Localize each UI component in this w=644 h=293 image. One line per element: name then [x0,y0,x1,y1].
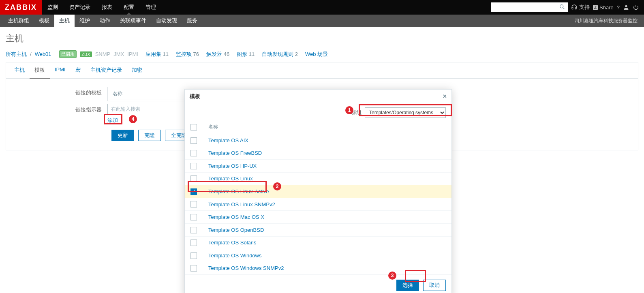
select-all-checkbox[interactable] [190,124,197,130]
user-icon[interactable] [623,4,629,11]
template-row[interactable]: Template OS FreeBSD [185,147,451,154]
host-feature-link[interactable]: 自动发现规则 2 [262,51,298,58]
page-title: 主机 [6,32,638,45]
subnav-item[interactable]: 模板 [34,15,54,27]
host-tabs: 主机模板IPMI宏主机资产记录加密 [6,62,638,79]
host-tab[interactable]: 宏 [71,62,86,78]
subnav-item[interactable]: 主机群组 [3,15,34,27]
top-nav-items: 监测资产记录报表配置管理 [42,0,162,15]
host-feature-link[interactable]: 图形 11 [237,51,255,58]
clone-button[interactable]: 克隆 [138,130,161,141]
help-icon[interactable]: ? [617,4,620,11]
subnav-item[interactable]: 服务 [182,15,202,27]
topnav-item[interactable]: 报表 [96,0,118,15]
host-feature-link[interactable]: 触发器 46 [206,51,229,58]
host-tab[interactable]: 主机资产记录 [86,62,127,78]
breadcrumb-all-hosts[interactable]: 所有主机 [6,51,27,58]
zbx-badge: ZBX [80,51,92,57]
subnav-item[interactable]: 关联项事件 [115,15,151,27]
support-link[interactable]: 支持 [571,4,590,11]
breadcrumb-host[interactable]: Web01 [35,51,51,57]
global-search-input[interactable] [493,4,559,11]
global-search[interactable] [491,2,568,12]
template-row[interactable]: Template OS AIX [185,134,451,147]
subnav-item[interactable]: 维护 [75,15,95,27]
template-search-input[interactable] [107,104,188,114]
logo[interactable]: ZABBIX [0,0,42,15]
update-button[interactable]: 更新 [111,130,134,141]
sub-nav-items: 主机群组模板主机维护动作关联项事件自动发现服务 [3,15,202,27]
link-indicator-label: 链接指示器 [6,104,107,113]
topnav-item[interactable]: 配置 [118,0,140,15]
svg-point-0 [560,4,563,8]
sub-nav: 主机群组模板主机维护动作关联项事件自动发现服务 四川嘉垭汽车科技服务器监控 [0,15,644,27]
breadcrumb-sep: / [30,51,32,57]
host-feature-link[interactable]: Web 场景 [305,51,328,58]
template-checkbox[interactable] [190,150,197,154]
template-list: 名称 Template OS AIXTemplate OS FreeBSDTem… [185,120,451,154]
template-picker-modal: 模板 × 群组 Templates/Operating systems 名称 T… [184,89,452,154]
template-link[interactable]: Template OS FreeBSD [208,150,262,154]
ipmi-badge: IPMI [127,51,138,57]
topnav-item[interactable]: 管理 [140,0,162,15]
svg-point-2 [625,5,627,7]
power-icon[interactable] [633,4,639,11]
host-feature-link[interactable]: 应用集 11 [145,51,169,58]
top-nav: ZABBIX 监测资产记录报表配置管理 支持 ZShare ? [0,0,644,15]
group-label: 群组 [351,109,362,116]
template-link[interactable]: Template OS AIX [208,137,248,143]
linked-templates-label: 链接的模板 [6,87,107,96]
status-badge: 已启用 [59,50,77,58]
subnav-item[interactable]: 动作 [95,15,115,27]
svg-line-1 [563,7,565,9]
snmp-badge: SNMP [95,51,111,57]
subnav-item[interactable]: 自动发现 [151,15,182,27]
host-tab[interactable]: 主机 [9,62,30,78]
close-icon[interactable]: × [443,93,447,100]
host-feature-link[interactable]: 监控项 76 [176,51,199,58]
template-col-name: 名称 [203,120,451,134]
sub-nav-caption: 四川嘉垭汽车科技服务器监控 [574,15,641,27]
topnav-item[interactable]: 资产记录 [64,0,96,15]
host-tab[interactable]: 加密 [127,62,147,78]
template-checkbox[interactable] [190,137,197,144]
jmx-badge: JMX [113,51,124,57]
breadcrumb-links: 应用集 11监控项 76触发器 46图形 11自动发现规则 2Web 场景 [145,51,328,58]
host-tab[interactable]: 模板 [30,62,50,79]
modal-title: 模板 [190,93,200,100]
add-link[interactable]: 添加 [107,117,118,124]
subnav-item[interactable]: 主机 [54,15,75,27]
top-nav-right: 支持 ZShare ? [491,0,644,15]
modal-filter: 群组 Templates/Operating systems [185,103,451,120]
group-select[interactable]: Templates/Operating systems [365,107,446,118]
host-tab[interactable]: IPMI [50,62,71,78]
topnav-item[interactable]: 监测 [42,0,64,15]
search-icon[interactable] [559,4,565,11]
host-breadcrumb: 所有主机 / Web01 已启用 ZBX SNMP JMX IPMI 应用集 1… [6,50,638,58]
share-link[interactable]: ZShare [593,4,614,11]
